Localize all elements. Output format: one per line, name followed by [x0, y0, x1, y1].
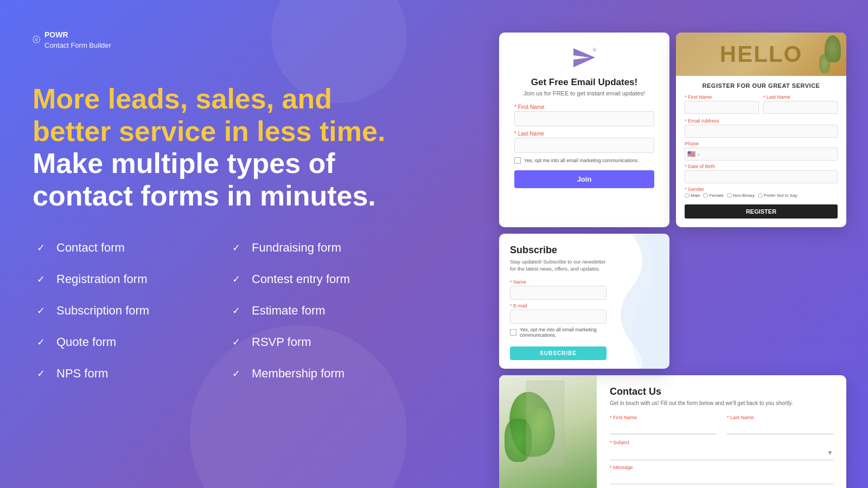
- hello-decoration: HELLO: [720, 41, 802, 67]
- optin-checkbox-row: Yes, opt me into all email marketing com…: [514, 157, 654, 164]
- gender-prefer-not[interactable]: Prefer Not to Say: [758, 193, 797, 198]
- feature-label: Quote form: [56, 335, 116, 349]
- feature-label: Contest entry form: [252, 272, 350, 286]
- register-gender-label: * Gender: [685, 187, 838, 192]
- gender-nonbinary-label: Non-Binary: [733, 193, 755, 198]
- headline-white: Make multiple types of contact forms in …: [33, 147, 376, 211]
- radio-nonbinary[interactable]: [727, 193, 732, 198]
- register-email-label: * Email Address: [685, 118, 838, 124]
- register-phone-label: Phone: [685, 141, 838, 146]
- register-header-image: HELLO: [676, 33, 846, 76]
- last-name-input[interactable]: [514, 138, 654, 153]
- subscribe-button[interactable]: SUBSCRIBE: [510, 346, 607, 360]
- check-icon: ✓: [228, 240, 244, 256]
- powr-icon: ⦾: [33, 34, 40, 46]
- gender-female-label: Female: [709, 193, 724, 198]
- check-icon: ✓: [228, 303, 244, 319]
- svg-point-1: [593, 48, 596, 52]
- register-button[interactable]: REGISTER: [685, 204, 838, 219]
- radio-female[interactable]: [703, 193, 708, 198]
- first-name-label: * First Name: [514, 104, 654, 110]
- contact-title: Contact Us: [610, 386, 833, 397]
- check-icon: ✓: [33, 334, 49, 350]
- register-dob-label: * Date of Birth: [685, 164, 838, 169]
- gender-options: Male Female Non-Binary Prefer Not to Say: [685, 193, 838, 198]
- contact-subject-field: * Subject ▼: [610, 440, 833, 460]
- contact-body: Contact Us Get in touch with us! Fill ou…: [597, 375, 846, 488]
- register-first-name-input[interactable]: [685, 101, 759, 114]
- register-dob-input[interactable]: [685, 170, 838, 183]
- radio-prefer-not[interactable]: [758, 193, 763, 198]
- contact-message-label: * Message: [610, 465, 833, 470]
- svg-point-2: [592, 47, 593, 49]
- contact-first-name-label: * First Name: [610, 415, 716, 420]
- register-first-name-label: * First Name: [685, 94, 759, 100]
- subscribe-optin-row: Yes, opt me into all email marketing com…: [510, 327, 607, 338]
- check-icon: ✓: [228, 334, 244, 350]
- paper-plane-icon: [514, 46, 654, 75]
- subscribe-optin-checkbox[interactable]: [510, 329, 516, 336]
- contact-last-name-field: * Last Name: [727, 415, 833, 434]
- feature-label: Fundraising form: [252, 241, 341, 255]
- join-button[interactable]: Join: [514, 170, 654, 188]
- register-title: REGISTER FOR OUR GREAT SERVICE: [685, 82, 838, 89]
- phone-dash: -: [698, 151, 699, 157]
- feature-label: Subscription form: [56, 304, 149, 318]
- optin-checkbox[interactable]: [514, 157, 521, 164]
- features-col2: ✓ Fundraising form ✓ Contest entry form …: [228, 240, 401, 382]
- radio-male[interactable]: [685, 193, 690, 198]
- register-email-field: * Email Address: [685, 118, 838, 138]
- contact-first-name-input[interactable]: [610, 421, 716, 434]
- gender-prefer-not-label: Prefer Not to Say: [764, 193, 797, 198]
- feature-contact-form: ✓ Contact form: [33, 240, 206, 256]
- contact-last-name-input[interactable]: [727, 421, 833, 434]
- optin-label: Yes, opt me into all email marketing com…: [524, 158, 639, 163]
- subscribe-name-input[interactable]: [510, 286, 607, 300]
- feature-label: Estimate form: [252, 304, 326, 318]
- contact-desc: Get in touch with us! Fill out the form …: [610, 400, 833, 407]
- feature-label: Registration form: [56, 272, 148, 286]
- contact-subject-input[interactable]: ▼: [610, 446, 833, 460]
- first-name-input[interactable]: [514, 111, 654, 126]
- check-icon: ✓: [228, 365, 244, 382]
- feature-registration-form: ✓ Registration form: [33, 271, 206, 287]
- subscribe-desc: Stay updated! Subscribe to our newslette…: [510, 258, 607, 273]
- svg-marker-0: [573, 48, 595, 67]
- gender-nonbinary[interactable]: Non-Binary: [727, 193, 755, 198]
- contact-image: [499, 375, 597, 488]
- register-last-name-input[interactable]: [763, 101, 838, 114]
- logo-text: POWR Contact Form Builder: [44, 30, 111, 50]
- register-body: REGISTER FOR OUR GREAT SERVICE * First N…: [676, 76, 846, 227]
- feature-quote-form: ✓ Quote form: [33, 334, 206, 350]
- feature-fundraising-form: ✓ Fundraising form: [228, 240, 401, 256]
- feature-label: RSVP form: [252, 335, 311, 349]
- gender-male[interactable]: Male: [685, 193, 700, 198]
- register-last-name-field: * Last Name: [763, 94, 838, 114]
- feature-label: NPS form: [56, 367, 108, 381]
- subscribe-content: Subscribe Stay updated! Subscribe to our…: [510, 245, 607, 360]
- check-icon: ✓: [228, 271, 244, 287]
- subscribe-optin-label: Yes, opt me into all email marketing com…: [520, 327, 607, 338]
- subscribe-form: Subscribe Stay updated! Subscribe to our…: [499, 234, 669, 369]
- feature-label: Membership form: [252, 367, 344, 381]
- feature-subscription-form: ✓ Subscription form: [33, 303, 206, 319]
- register-email-input[interactable]: [685, 125, 838, 138]
- check-icon: ✓: [33, 240, 49, 256]
- subscribe-email-input[interactable]: [510, 310, 607, 324]
- features-grid: ✓ Contact form ✓ Registration form ✓ Sub…: [33, 240, 401, 382]
- left-panel: ⦾ POWR Contact Form Builder More leads, …: [33, 30, 401, 382]
- check-icon: ✓: [33, 303, 49, 319]
- register-phone-field: Phone 🇺🇸 -: [685, 141, 838, 160]
- check-icon: ✓: [33, 365, 49, 382]
- feature-nps-form: ✓ NPS form: [33, 365, 206, 382]
- contact-subject-label: * Subject: [610, 440, 833, 445]
- last-name-label: * Last Name: [514, 131, 654, 137]
- feature-rsvp-form: ✓ RSVP form: [228, 334, 401, 350]
- feature-contest-form: ✓ Contest entry form: [228, 271, 401, 287]
- subscribe-title: Subscribe: [510, 245, 607, 256]
- check-icon: ✓: [33, 271, 49, 287]
- contact-message-input[interactable]: [610, 471, 833, 484]
- register-dob-field: * Date of Birth: [685, 164, 838, 183]
- register-phone-input[interactable]: 🇺🇸 -: [685, 147, 838, 160]
- gender-female[interactable]: Female: [703, 193, 724, 198]
